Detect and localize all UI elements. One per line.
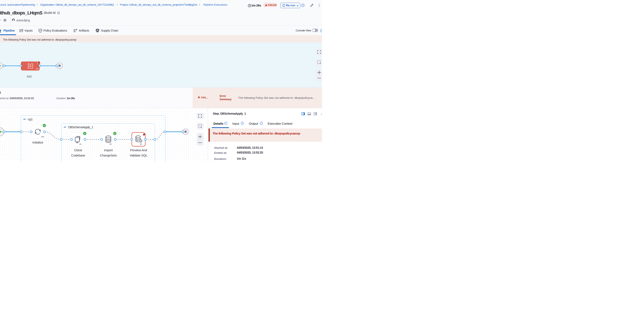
svg-text:</>: </> [41,136,44,138]
svg-text:</>: </> [29,65,32,67]
svg-text:</>: </> [36,68,38,70]
svg-text:</>: </> [109,143,112,145]
svg-text:</>: </> [140,143,142,145]
svg-text:</>: </> [79,143,82,145]
